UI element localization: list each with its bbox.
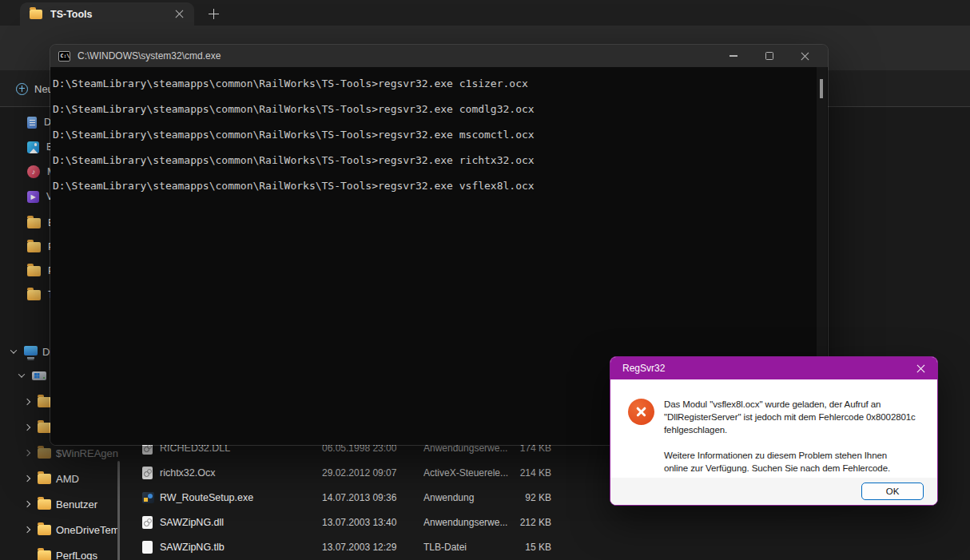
file-name: SAWZipNG.tlb [160, 534, 318, 559]
music-icon [27, 165, 40, 178]
chevron-right-icon[interactable] [22, 498, 33, 510]
tree-item-label: OneDriveTemp [56, 524, 118, 536]
tree-item-label: PerfLogs [56, 550, 97, 560]
new-button[interactable]: Neu [16, 77, 54, 100]
folder-icon [38, 550, 51, 560]
file-size: 92 KB [478, 485, 551, 510]
plus-icon [209, 9, 219, 19]
dialog-title: RegSvr32 [622, 363, 665, 374]
chevron-placeholder [22, 550, 33, 560]
cmd-window-title: C:\WINDOWS\system32\cmd.exe [78, 50, 221, 62]
tree-item-label: $WinREAgent [56, 447, 118, 459]
cmd-scrollbar-thumb[interactable] [820, 79, 823, 98]
x-mark-icon [635, 406, 647, 418]
file-size: 15 KB [478, 534, 551, 559]
file-name: richtx32.Ocx [160, 460, 318, 485]
file-date: 29.02.2012 09:07 [322, 460, 419, 485]
new-tab-button[interactable] [201, 5, 225, 22]
tree-item-onedrivetemp[interactable]: OneDriveTemp [0, 519, 118, 540]
maximize-button[interactable] [751, 45, 787, 67]
minimize-icon [729, 55, 737, 56]
file-row[interactable]: SAWZipNG.dll 13.07.2003 13:40 Anwendungs… [136, 510, 607, 534]
regsvr32-dialog: RegSvr32 Das Modul "vsflex8l.ocx" wurde … [610, 356, 938, 506]
file-name: SAWZipNG.dll [160, 510, 318, 534]
error-icon [628, 399, 654, 425]
message-line: fehlgeschlagen. [664, 423, 916, 436]
file-row[interactable]: richtx32.Ocx 29.02.2012 09:07 ActiveX-St… [136, 460, 607, 485]
chevron-down-icon[interactable] [16, 370, 27, 381]
sidebar-scrollbar[interactable] [117, 461, 120, 560]
close-icon [801, 52, 809, 61]
chevron-right-icon[interactable] [22, 524, 33, 535]
file-size: 212 KB [478, 510, 551, 534]
file-row[interactable]: RW_RouteSetup.exe 14.07.2013 09:36 Anwen… [136, 485, 607, 510]
folder-icon [27, 242, 41, 252]
application-icon [142, 485, 154, 510]
file-size: 214 KB [478, 460, 551, 485]
cmd-titlebar[interactable]: C:\WINDOWS\system32\cmd.exe [50, 45, 828, 67]
documents-icon [27, 117, 37, 129]
chevron-right-icon[interactable] [22, 447, 33, 459]
minimize-button[interactable] [715, 45, 751, 67]
message-line: "DllRegisterServer" ist jedoch mit dem F… [664, 411, 916, 423]
close-icon [916, 364, 925, 373]
folder-icon [27, 266, 41, 276]
dll-file-icon [142, 510, 153, 534]
file-date: 14.07.2013 09:36 [322, 485, 419, 510]
close-button[interactable] [787, 45, 823, 67]
dialog-titlebar[interactable]: RegSvr32 [610, 357, 937, 379]
cmd-icon [58, 51, 70, 62]
folder-icon [38, 499, 51, 510]
tab-title: TS-Tools [50, 9, 170, 20]
dialog-close-button[interactable] [907, 357, 934, 379]
folder-icon [38, 448, 51, 459]
cmd-caption-buttons [715, 45, 823, 67]
message-gap [664, 436, 916, 449]
dialog-message: Das Modul "vsflex8l.ocx" wurde geladen, … [664, 398, 916, 475]
file-name: RW_RouteSetup.exe [160, 485, 318, 510]
dialog-footer: OK [610, 478, 937, 505]
message-line: Weitere Informationen zu diesem Problem … [664, 449, 916, 462]
close-icon [175, 10, 184, 18]
message-line: Das Modul "vsflex8l.ocx" wurde geladen, … [664, 398, 916, 411]
folder-icon [38, 525, 51, 535]
tree-item-perflogs[interactable]: PerfLogs [0, 545, 118, 560]
chevron-right-icon[interactable] [22, 473, 33, 484]
plus-circle-icon [16, 83, 28, 95]
folder-icon [30, 10, 42, 19]
drive-icon [32, 371, 46, 380]
tree-item-label: AMD [56, 473, 79, 485]
chevron-right-icon[interactable] [22, 422, 33, 433]
ok-button[interactable]: OK [861, 483, 924, 500]
computer-icon [24, 346, 38, 355]
file-date: 13.07.2003 13:40 [322, 510, 419, 534]
file-icon [142, 534, 153, 559]
ocx-file-icon [142, 460, 153, 485]
chevron-down-icon[interactable] [8, 346, 19, 357]
folder-icon [38, 474, 51, 484]
videos-icon [27, 191, 39, 203]
maximize-icon [765, 52, 773, 60]
message-line: online zur Verfügung. Suchen Sie nach de… [664, 462, 916, 475]
tree-item-label: Benutzer [56, 498, 97, 510]
tree-item-amd[interactable]: AMD [0, 468, 118, 489]
tab-bar: TS-Tools [0, 0, 970, 26]
cmd-output: D:\SteamLibrary\steamapps\common\RailWor… [53, 77, 535, 193]
chevron-right-icon[interactable] [22, 396, 33, 407]
folder-icon [27, 218, 41, 228]
folder-icon [27, 290, 41, 300]
tab-ts-tools[interactable]: TS-Tools [20, 2, 194, 26]
tab-close-icon[interactable] [170, 6, 188, 23]
pictures-icon [27, 141, 39, 153]
dialog-body: Das Modul "vsflex8l.ocx" wurde geladen, … [610, 379, 937, 479]
tree-item-benutzer[interactable]: Benutzer [0, 494, 118, 514]
file-date: 13.07.2003 12:29 [322, 534, 419, 559]
file-row[interactable]: SAWZipNG.tlb 13.07.2003 12:29 TLB-Datei … [136, 534, 607, 559]
